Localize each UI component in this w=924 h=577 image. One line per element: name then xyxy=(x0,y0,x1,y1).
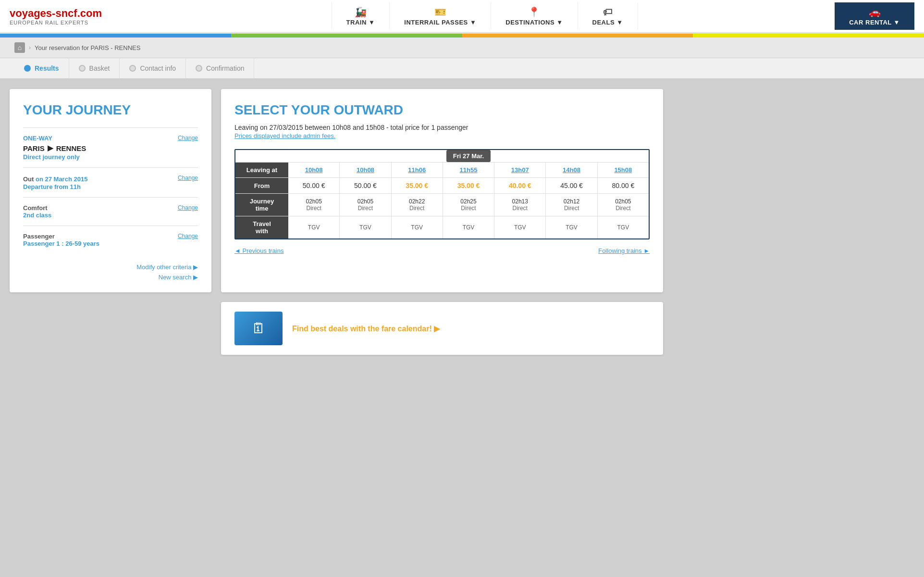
date-change-link[interactable]: Change xyxy=(178,175,198,181)
prev-trains-link[interactable]: ◄ Previous trains xyxy=(234,247,283,254)
step-basket-label: Basket xyxy=(89,64,110,72)
tgv-col-1: TGV xyxy=(340,216,391,238)
date-badge: Fri 27 Mar. xyxy=(446,150,491,162)
date-header-cell: Fri 27 Mar. xyxy=(288,150,649,162)
price-row: From 50.00 € 50.00 € 35.00 € 35.00 € 40.… xyxy=(235,178,649,194)
table-nav: ◄ Previous trains Following trains ► xyxy=(234,247,650,254)
step-results[interactable]: Results xyxy=(14,58,69,79)
passenger-section: Passenger Passenger 1 : 26-59 years Chan… xyxy=(23,226,198,254)
step-contact-info[interactable]: Contact info xyxy=(120,58,186,79)
select-title-colored: YOUR OUTWARD xyxy=(291,102,403,117)
price-col-4[interactable]: 40.00 € xyxy=(494,178,546,193)
route-change-link[interactable]: Change xyxy=(178,135,198,141)
route-from: PARIS xyxy=(23,144,45,152)
route-to: RENNES xyxy=(56,144,86,152)
date-row: Out on 27 March 2015 Departure from 11h … xyxy=(23,175,198,190)
promo-right: 🗓 Find best deals with the fare calendar… xyxy=(221,302,663,355)
nav-car-rental-label: CAR RENTAL ▼ xyxy=(849,19,900,26)
leaving-at-label: Leaving at xyxy=(235,163,288,177)
step-dot-confirm xyxy=(196,65,202,72)
nav-deals[interactable]: 🏷 DEALS ▼ xyxy=(578,3,638,30)
logo-subtitle: EUROPEAN RAIL EXPERTS xyxy=(10,20,135,25)
step-dot-results xyxy=(24,65,31,72)
time-col-2[interactable]: 11h06 xyxy=(392,163,443,177)
promo-area: 🗓 Find best deals with the fare calendar… xyxy=(0,302,673,364)
travel-with-label: Travelwith xyxy=(235,216,288,238)
jtime-col-5: 02h12 Direct xyxy=(546,194,597,216)
select-title: SELECT YOUR OUTWARD xyxy=(234,102,650,118)
destinations-icon: 📍 xyxy=(528,6,540,18)
promo-image: 🗓 xyxy=(234,312,283,345)
step-results-label: Results xyxy=(35,64,59,72)
passenger-row: Passenger Passenger 1 : 26-59 years Chan… xyxy=(23,233,198,247)
step-basket[interactable]: Basket xyxy=(69,58,120,79)
price-col-2[interactable]: 35.00 € xyxy=(392,178,443,193)
passenger-label: Passenger xyxy=(23,233,99,240)
main-nav: 🚂 TRAIN ▼ 🎫 INTERRAIL PASSES ▼ 📍 DESTINA… xyxy=(135,2,835,30)
nav-destinations[interactable]: 📍 DESTINATIONS ▼ xyxy=(491,2,578,30)
train-table: Fri 27 Mar. Leaving at 10h08 10h08 11h06… xyxy=(234,149,650,239)
nav-car-rental[interactable]: 🚗 CAR RENTAL ▼ xyxy=(835,2,914,30)
header: voyages-sncf.com EUROPEAN RAIL EXPERTS 🚂… xyxy=(0,0,924,34)
comfort-section: Comfort 2nd class Change xyxy=(23,197,198,226)
price-col-0[interactable]: 50.00 € xyxy=(288,178,340,193)
jtime-col-4: 02h13 Direct xyxy=(494,194,546,216)
journey-title-colored: JOURNEY xyxy=(66,102,131,117)
steps-bar: Results Basket Contact info Confirmation xyxy=(0,58,924,79)
promo-left-spacer xyxy=(10,302,211,355)
car-rental-icon: 🚗 xyxy=(869,6,881,18)
passenger-info: Passenger Passenger 1 : 26-59 years xyxy=(23,233,99,247)
time-col-0[interactable]: 10h08 xyxy=(288,163,340,177)
comfort-change-link[interactable]: Change xyxy=(178,204,198,211)
tgv-col-3: TGV xyxy=(443,216,494,238)
time-col-4[interactable]: 13h07 xyxy=(494,163,546,177)
route-arrow: ▶ xyxy=(48,144,53,152)
nav-deals-label: DEALS ▼ xyxy=(592,19,623,26)
step-contact-label: Contact info xyxy=(140,64,176,72)
journey-title-plain: YOUR xyxy=(23,102,66,117)
time-col-1[interactable]: 10h08 xyxy=(340,163,391,177)
time-col-6[interactable]: 15h08 xyxy=(598,163,649,177)
logo: voyages-sncf.com EUROPEAN RAIL EXPERTS xyxy=(10,7,135,25)
price-col-6[interactable]: 80.00 € xyxy=(598,178,649,193)
step-confirmation[interactable]: Confirmation xyxy=(186,58,254,79)
home-icon[interactable]: ⌂ xyxy=(14,42,25,53)
left-panel: YOUR JOURNEY ONE-WAY Change PARIS ▶ RENN… xyxy=(10,89,211,292)
tgv-col-0: TGV xyxy=(288,216,340,238)
journey-time-row: Journeytime 02h05 Direct 02h05 Direct 02… xyxy=(235,194,649,216)
color-strip xyxy=(0,34,924,38)
bottom-links: Modify other criteria ▶ New search ▶ xyxy=(23,263,198,281)
promo-text[interactable]: Find best deals with the fare calendar! … xyxy=(292,324,440,333)
date-header-row: Fri 27 Mar. xyxy=(235,150,649,163)
deals-icon: 🏷 xyxy=(603,7,613,18)
route-label: ONE-WAY xyxy=(23,135,52,142)
time-col-5[interactable]: 14h08 xyxy=(546,163,597,177)
leaving-at-row: Leaving at 10h08 10h08 11h06 11h55 13h07… xyxy=(235,163,649,178)
breadcrumb: ⌂ › Your reservation for PARIS - RENNES xyxy=(0,38,924,58)
nav-interrail[interactable]: 🎫 INTERRAIL PASSES ▼ xyxy=(390,2,491,30)
nav-train[interactable]: 🚂 TRAIN ▼ xyxy=(332,2,390,30)
price-col-1[interactable]: 50.00 € xyxy=(340,178,391,193)
price-note[interactable]: Prices displayed include admin fees. xyxy=(234,132,650,139)
next-trains-link[interactable]: Following trains ► xyxy=(598,247,650,254)
breadcrumb-separator: › xyxy=(29,44,31,51)
nav-interrail-label: INTERRAIL PASSES ▼ xyxy=(404,19,476,26)
tgv-col-4: TGV xyxy=(494,216,546,238)
step-confirmation-label: Confirmation xyxy=(206,64,244,72)
new-search-link[interactable]: New search ▶ xyxy=(159,274,198,281)
price-col-3[interactable]: 35.00 € xyxy=(443,178,494,193)
date-label-plain: Out xyxy=(23,176,36,183)
jtime-col-3: 02h25 Direct xyxy=(443,194,494,216)
passenger-change-link[interactable]: Change xyxy=(178,233,198,239)
date-label-colored: on 27 March 2015 xyxy=(36,176,87,183)
comfort-row: Comfort 2nd class Change xyxy=(23,204,198,219)
modify-criteria-link[interactable]: Modify other criteria ▶ xyxy=(136,263,198,271)
tgv-col-6: TGV xyxy=(598,216,649,238)
date-info: Out on 27 March 2015 Departure from 11h xyxy=(23,175,87,190)
interrail-icon: 🎫 xyxy=(434,6,446,18)
route-section: ONE-WAY Change PARIS ▶ RENNES Direct jou… xyxy=(23,127,198,167)
train-icon: 🚂 xyxy=(355,6,367,18)
time-col-3[interactable]: 11h55 xyxy=(443,163,494,177)
price-col-5[interactable]: 45.00 € xyxy=(546,178,597,193)
route-detail: Direct journey only xyxy=(23,153,198,161)
